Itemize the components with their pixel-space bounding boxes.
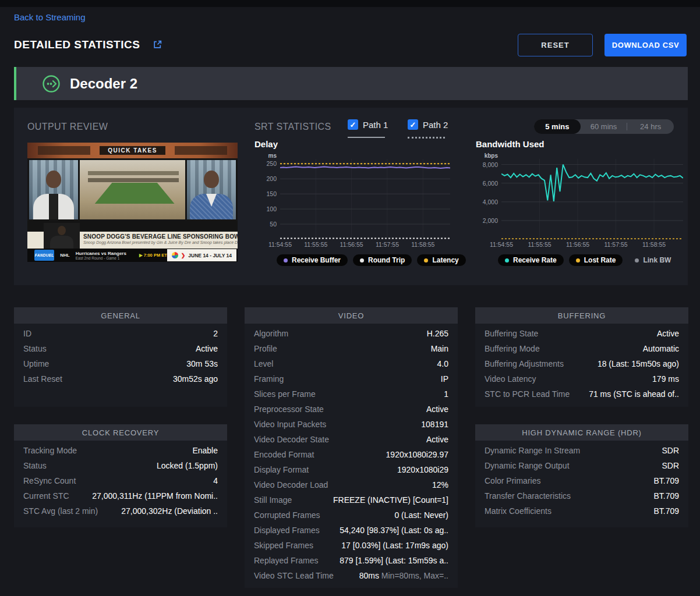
delay-legend: Receive BufferRound TripLatency <box>277 254 471 266</box>
legend-label: Receive Buffer <box>292 256 341 264</box>
legend-item[interactable]: Latency <box>417 254 465 266</box>
stat-value: IP <box>441 374 448 384</box>
stat-row: Video Decoder Load12% <box>254 480 448 495</box>
statistics-card: OUTPUT REVIEW QUICK TAKES SNOOP DOG <box>14 108 688 285</box>
stat-value: 12% <box>432 480 448 489</box>
page: Back to Streaming DETAILED STATISTICS RE… <box>0 0 700 596</box>
stat-label: Last Reset <box>23 374 62 384</box>
bandwidth-plot-area <box>501 159 683 239</box>
chevron-right-icon: ❯ <box>181 253 186 258</box>
stat-row: Tracking ModeEnable <box>23 446 218 461</box>
stat-value: 4 <box>213 476 218 485</box>
path-1-checkbox[interactable]: ✓ Path 1 <box>348 119 388 130</box>
video-panel-rows: AlgorithmH.265ProfileMainLevel4.0Framing… <box>245 324 458 586</box>
legend-item[interactable]: Receive Rate <box>498 254 564 266</box>
ticker-league: NHL <box>60 253 69 258</box>
stat-row: Preprocessor StateActive <box>254 405 448 420</box>
stat-label: Buffering Mode <box>485 344 540 353</box>
stat-label: Display Format <box>254 465 309 474</box>
top-strip <box>0 0 700 7</box>
stat-value: Active <box>426 435 448 444</box>
path-1-line-style <box>348 137 385 138</box>
person-head <box>204 171 219 188</box>
range-option-5mins[interactable]: 5 mins <box>534 119 581 134</box>
stat-value: 30m 53s <box>186 359 218 368</box>
y-axis-tick: 150 <box>266 190 277 197</box>
stat-label: Skipped Frames <box>254 541 313 550</box>
external-link-icon[interactable] <box>153 40 162 52</box>
stat-label: STC Avg (last 2 min) <box>23 506 98 516</box>
stat-value: SDR <box>662 446 679 455</box>
video-panel-title: VIDEO <box>245 307 458 324</box>
legend-item[interactable]: Lost Rate <box>569 254 623 266</box>
stat-value: Active <box>657 329 679 338</box>
stat-row: STC to PCR Lead Time71 ms (STC is ahead … <box>485 389 679 405</box>
legend-item[interactable]: Round Trip <box>353 254 412 266</box>
legend-item[interactable]: Receive Buffer <box>277 254 348 266</box>
stat-value: SDR <box>662 461 679 470</box>
stat-value: Locked (1.5ppm) <box>157 461 218 470</box>
stat-label: Preprocessor State <box>254 405 324 414</box>
legend-label: Link BW <box>643 256 671 264</box>
back-to-streaming-link[interactable]: Back to Streaming <box>14 12 86 22</box>
y-axis-tick: 4,000 <box>483 198 498 205</box>
output-review-title: OUTPUT REVIEW <box>27 122 108 132</box>
stat-value: 30m52s ago <box>173 374 218 384</box>
reset-button[interactable]: RESET <box>518 34 593 56</box>
stat-label: Transfer Characteristics <box>485 491 571 501</box>
path-1-label: Path 1 <box>363 120 388 130</box>
checkbox-checked-icon: ✓ <box>348 119 358 130</box>
stat-value: 54,240 [98.37%] (Last: 0s ag.. <box>340 526 448 535</box>
delay-chart-title: Delay <box>254 139 471 149</box>
ticker-promo: ❯ JUNE 14 - JULY 14 <box>167 249 236 261</box>
delay-chart: Delay ms 50100150200250 11:54:5511:55:55… <box>254 139 471 266</box>
y-axis-tick: 50 <box>270 221 277 228</box>
bandwidth-chart: Bandwidth Used kbps 2,0004,0006,0008,000… <box>476 139 692 266</box>
legend-item[interactable]: Link BW <box>628 254 678 266</box>
stat-row: Transfer CharacteristicsBT.709 <box>485 491 679 506</box>
stat-label: Slices per Frame <box>254 389 316 399</box>
stat-value: Enable <box>192 446 218 455</box>
stat-value: FREEZE (INACTIVE) [Count=1] <box>333 495 448 505</box>
hdr-panel-title: HIGH DYNAMIC RANGE (HDR) <box>475 424 688 441</box>
stat-value: 4.0 <box>437 359 448 368</box>
legend-dot-icon <box>576 258 580 262</box>
stat-label: Displayed Frames <box>254 526 320 535</box>
x-axis-tick: 11:57:55 <box>376 241 399 248</box>
range-option-60mins[interactable]: 60 mins <box>581 119 627 134</box>
x-axis-tick: 11:58:55 <box>411 241 434 248</box>
clock-recovery-panel: CLOCK RECOVERY Tracking ModeEnableStatus… <box>14 424 227 527</box>
hdr-panel-rows: Dynamic Range In StreamSDRDynamic Range … <box>475 441 688 522</box>
bandwidth-x-axis: 11:54:5511:55:5511:56:5511:57:5511:58:55 <box>501 241 692 250</box>
range-option-24hrs[interactable]: 24 hrs <box>627 119 674 134</box>
delay-plot-area <box>280 159 450 239</box>
x-axis-tick: 11:56:55 <box>566 241 589 248</box>
stat-value: 27,000,302Hz (Deviation .. <box>121 506 218 516</box>
stat-value: 1920x1080i29.97 <box>386 450 448 459</box>
time-range-selector: 5 mins 60 mins 24 hrs <box>534 119 674 134</box>
stat-row: Current STC27,000,311Hz (11PPM from Nomi… <box>23 491 218 506</box>
video-panel: VIDEO AlgorithmH.265ProfileMainLevel4.0F… <box>245 307 458 588</box>
stat-value: Main <box>431 344 448 353</box>
stat-value: Active <box>196 344 218 353</box>
stat-row: Buffering Adjustments18 (Last: 15m50s ag… <box>485 359 679 374</box>
general-panel: GENERAL ID2StatusActiveUptime30m 53sLast… <box>14 307 227 407</box>
delay-x-axis: 11:54:5511:55:5511:56:5511:57:5511:58:55 <box>280 241 471 250</box>
download-csv-button[interactable]: DOWNLOAD CSV <box>604 34 687 56</box>
stat-row: Still ImageFREEZE (INACTIVE) [Count=1] <box>254 495 448 510</box>
ticker-matchup-wrap: Hurricanes vs Rangers East 2nd Round - G… <box>76 251 126 260</box>
stat-label: Replayed Frames <box>254 556 319 565</box>
srt-statistics-title: SRT STATISTICS <box>254 122 331 132</box>
page-title: DETAILED STATISTICS <box>14 38 140 51</box>
stat-value: 17 [0.03%] (Last: 17m9s ago) <box>341 541 448 550</box>
x-axis-tick: 11:56:55 <box>340 241 363 248</box>
stat-value: Automatic <box>643 344 679 353</box>
video-preview[interactable]: QUICK TAKES SNOOP DOGG'S BEVERAGE LINE S… <box>27 143 238 262</box>
stat-row: Displayed Frames54,240 [98.37%] (Last: 0… <box>254 526 448 541</box>
tv-inset-person <box>44 223 80 249</box>
path-2-checkbox[interactable]: ✓ Path 2 <box>408 119 448 130</box>
decoder-banner: Decoder 2 <box>14 67 688 100</box>
stat-label: Buffering State <box>485 329 538 338</box>
stat-row: Matrix CoefficientsBT.709 <box>485 506 679 522</box>
stat-value: Active <box>426 405 448 414</box>
